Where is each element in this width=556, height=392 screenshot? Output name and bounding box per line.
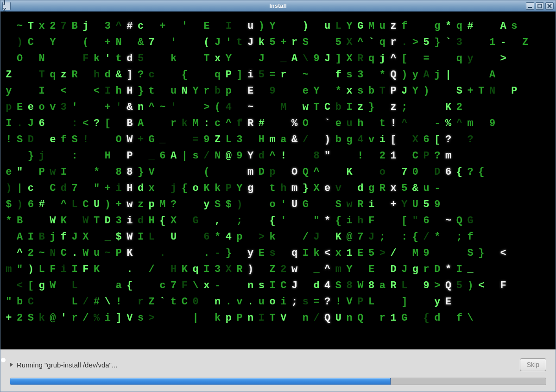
matrix-cell: 1 — [388, 310, 399, 326]
matrix-cell: R — [234, 261, 245, 278]
matrix-cell: ) — [245, 261, 256, 278]
matrix-cell — [399, 132, 410, 148]
matrix-cell — [465, 196, 476, 213]
matrix-cell — [377, 196, 388, 213]
matrix-cell: $ — [3, 196, 14, 213]
matrix-cell: H — [124, 83, 135, 99]
matrix-cell — [69, 83, 80, 99]
matrix-cell — [509, 67, 520, 83]
matrix-cell: ' — [69, 99, 80, 115]
matrix-cell: / — [201, 148, 212, 164]
matrix-cell: k — [179, 115, 190, 132]
matrix-cell — [410, 51, 421, 67]
matrix-cell: 5 — [421, 196, 432, 213]
matrix-cell: D — [388, 261, 399, 278]
matrix-cell: J — [289, 278, 300, 294]
matrix-cell: ! — [3, 132, 14, 148]
matrix-cell: G — [355, 18, 366, 34]
matrix-cell — [201, 294, 212, 310]
matrix-cell: * — [212, 229, 223, 245]
matrix-cell: m — [465, 115, 476, 132]
matrix-cell: E — [355, 245, 366, 261]
matrix-cell — [509, 229, 520, 245]
matrix-cell — [542, 18, 553, 34]
matrix-cell — [256, 99, 267, 115]
matrix-cell: T — [36, 67, 47, 83]
matrix-cell — [25, 83, 36, 99]
matrix-cell: Q — [454, 213, 465, 229]
skip-button[interactable]: Skip — [520, 358, 546, 371]
matrix-cell: . — [245, 294, 256, 310]
minimize-button[interactable] — [526, 2, 534, 10]
matrix-cell — [146, 278, 157, 294]
matrix-cell: h — [355, 213, 366, 229]
matrix-cell — [366, 164, 377, 180]
matrix-cell: = — [311, 294, 322, 310]
matrix-cell: h — [278, 180, 289, 196]
matrix-cell — [542, 180, 553, 196]
matrix-cell — [190, 99, 201, 115]
matrix-cell: * — [91, 164, 102, 180]
matrix-row: )|c Cd7 "+iHdx j{oKkPYg thm}Xev dgRx5&u- — [3, 180, 553, 196]
matrix-cell — [509, 99, 520, 115]
matrix-cell — [476, 18, 487, 34]
matrix-cell: ` — [443, 34, 454, 51]
matrix-cell: K — [91, 261, 102, 278]
matrix-cell: } — [135, 83, 146, 99]
matrix-cell — [25, 213, 36, 229]
matrix-cell: u — [377, 18, 388, 34]
matrix-cell: e — [47, 132, 58, 148]
details-expander-icon[interactable] — [10, 362, 13, 367]
matrix-cell — [157, 229, 168, 245]
matrix-cell — [531, 83, 542, 99]
matrix-cell — [531, 196, 542, 213]
status-text: Running "grub-install /dev/vda"... — [17, 361, 516, 369]
matrix-cell — [476, 148, 487, 164]
matrix-cell: 1 — [487, 34, 498, 51]
matrix-cell: ' — [113, 99, 124, 115]
status-row: Running "grub-install /dev/vda"... Skip — [10, 358, 546, 371]
matrix-cell: U — [289, 196, 300, 213]
matrix-cell: o — [190, 180, 201, 196]
matrix-cell: J — [399, 261, 410, 278]
matrix-cell — [432, 213, 443, 229]
matrix-cell: & — [124, 99, 135, 115]
matrix-cell — [531, 278, 542, 294]
matrix-cell — [542, 115, 553, 132]
matrix-cell: ^ — [311, 164, 322, 180]
matrix-cell: # — [124, 18, 135, 34]
matrix-cell: f — [465, 229, 476, 245]
matrix-cell: S — [333, 278, 344, 294]
matrix-cell: O — [14, 51, 25, 67]
matrix-row: e" PwI * 88}V ( mDp OQ^ K o 70 D6{?{ — [3, 164, 553, 180]
matrix-cell: c — [135, 18, 146, 34]
matrix-cell: ) — [25, 261, 36, 278]
matrix-cell: _ — [102, 229, 113, 245]
matrix-cell: 1 — [388, 148, 399, 164]
matrix-cell: g — [245, 180, 256, 196]
matrix-cell — [498, 164, 509, 180]
matrix-cell — [344, 148, 355, 164]
matrix-cell: m — [245, 164, 256, 180]
matrix-cell: 8 — [311, 148, 322, 164]
maximize-button[interactable] — [536, 2, 544, 10]
matrix-cell — [278, 18, 289, 34]
matrix-cell: 9 — [421, 245, 432, 261]
matrix-cell: I — [3, 115, 14, 132]
matrix-cell — [509, 132, 520, 148]
matrix-cell — [190, 229, 201, 245]
matrix-cell: i — [245, 67, 256, 83]
matrix-cell — [366, 115, 377, 132]
matrix-cell: * — [443, 18, 454, 34]
matrix-cell — [47, 83, 58, 99]
matrix-cell — [542, 261, 553, 278]
matrix-cell: 6 — [25, 196, 36, 213]
matrix-cell — [421, 164, 432, 180]
matrix-cell: i — [124, 213, 135, 229]
matrix-cell — [289, 67, 300, 83]
matrix-cell — [58, 51, 70, 67]
close-button[interactable] — [545, 2, 554, 10]
matrix-cell: T — [201, 51, 212, 67]
matrix-cell — [498, 180, 509, 196]
matrix-cell: v — [333, 180, 344, 196]
